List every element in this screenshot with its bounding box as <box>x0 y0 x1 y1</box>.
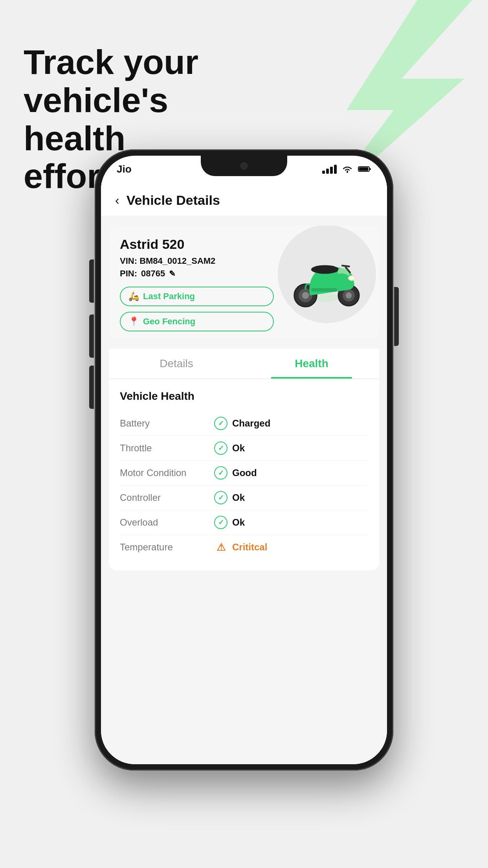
temperature-label: Temperature <box>120 542 214 553</box>
app-content: ‹ Vehicle Details Astrid 520 VIN: BM84_0… <box>101 182 387 764</box>
vehicle-name: Astrid 520 <box>120 237 274 252</box>
carrier-text: Jio <box>117 163 132 175</box>
last-parking-label: Last Parking <box>143 291 195 302</box>
headline-line1: Track your vehicle's <box>24 43 283 120</box>
page-title: Vehicle Details <box>127 193 220 208</box>
controller-status: ✓ Ok <box>214 491 245 504</box>
geo-fencing-button[interactable]: 📍 Geo Fencing <box>120 312 274 331</box>
health-section-title: Vehicle Health <box>120 390 368 403</box>
health-row-motor: Motor Condition ✓ Good <box>120 461 368 485</box>
health-row-temperature: Temperature ⚠ Crititcal <box>120 535 368 559</box>
battery-label: Battery <box>120 418 214 429</box>
vehicle-vin: VIN: BM84_0012_SAM2 <box>120 256 274 266</box>
battery-status-text: Charged <box>232 418 270 429</box>
battery-status: ✓ Charged <box>214 417 270 430</box>
tab-details-label: Details <box>160 357 193 370</box>
notch <box>201 156 287 176</box>
throttle-status-text: Ok <box>232 443 245 454</box>
geo-fencing-label: Geo Fencing <box>143 316 195 327</box>
tab-health[interactable]: Health <box>244 349 379 379</box>
motor-status: ✓ Good <box>214 466 257 480</box>
overload-status: ✓ Ok <box>214 516 245 529</box>
svg-point-13 <box>348 276 355 281</box>
battery-status-icon: ✓ <box>214 417 227 430</box>
motor-status-text: Good <box>232 467 257 478</box>
vin-value: BM84_0012_SAM2 <box>139 256 215 266</box>
app-header: ‹ Vehicle Details <box>101 182 387 216</box>
svg-rect-4 <box>370 168 371 170</box>
vehicle-card: Astrid 520 VIN: BM84_0012_SAM2 PIN: 0876… <box>109 226 379 339</box>
back-button[interactable]: ‹ <box>115 193 119 208</box>
throttle-status-icon: ✓ <box>214 441 227 455</box>
health-row-overload: Overload ✓ Ok <box>120 510 368 535</box>
pin-label: PIN: <box>120 268 137 279</box>
overload-label: Overload <box>120 517 214 528</box>
svg-rect-16 <box>311 288 337 292</box>
overload-status-icon: ✓ <box>214 516 227 529</box>
throttle-status: ✓ Ok <box>214 441 245 455</box>
health-row-controller: Controller ✓ Ok <box>120 485 368 510</box>
svg-point-12 <box>311 265 339 274</box>
last-parking-button[interactable]: 🛵 Last Parking <box>120 287 274 306</box>
camera <box>240 162 248 169</box>
motor-label: Motor Condition <box>120 467 214 478</box>
svg-line-15 <box>342 266 349 267</box>
motor-status-icon: ✓ <box>214 466 227 480</box>
throttle-label: Throttle <box>120 443 214 454</box>
svg-point-11 <box>346 292 352 298</box>
svg-point-1 <box>347 171 348 173</box>
svg-point-8 <box>302 292 309 299</box>
health-row-throttle: Throttle ✓ Ok <box>120 436 368 461</box>
pin-value: 08765 <box>141 268 165 279</box>
scooter-image <box>274 237 368 315</box>
battery-icon <box>358 165 371 173</box>
overload-status-text: Ok <box>232 517 245 528</box>
health-row-battery: Battery ✓ Charged <box>120 411 368 436</box>
scooter-illustration <box>274 233 376 319</box>
wifi-icon <box>341 165 354 173</box>
tab-details[interactable]: Details <box>109 349 244 379</box>
vin-label: VIN: <box>120 256 137 266</box>
signal-icon <box>322 165 337 174</box>
temperature-status-text: Crititcal <box>232 542 267 553</box>
controller-label: Controller <box>120 492 214 503</box>
vehicle-action-buttons: 🛵 Last Parking 📍 Geo Fencing <box>120 287 274 331</box>
temperature-warn-icon: ⚠ <box>214 541 227 554</box>
controller-status-icon: ✓ <box>214 491 227 504</box>
controller-status-text: Ok <box>232 492 245 503</box>
phone-shell: Jio <box>95 149 393 771</box>
geo-fencing-icon: 📍 <box>128 316 139 327</box>
svg-rect-3 <box>359 167 369 171</box>
phone-screen: Jio <box>101 156 387 764</box>
tabs-container: Details Health <box>109 349 379 379</box>
tab-health-label: Health <box>295 357 328 370</box>
phone-mockup: Jio <box>95 149 393 771</box>
vehicle-pin: PIN: 08765 ✎ <box>120 268 274 279</box>
vehicle-info: Astrid 520 VIN: BM84_0012_SAM2 PIN: 0876… <box>120 237 274 331</box>
status-icons <box>322 165 371 174</box>
health-section: Vehicle Health Battery ✓ Charged Throttl… <box>109 379 379 570</box>
parking-icon: 🛵 <box>128 291 139 302</box>
temperature-status: ⚠ Crititcal <box>214 541 267 554</box>
edit-pin-icon[interactable]: ✎ <box>169 269 176 278</box>
